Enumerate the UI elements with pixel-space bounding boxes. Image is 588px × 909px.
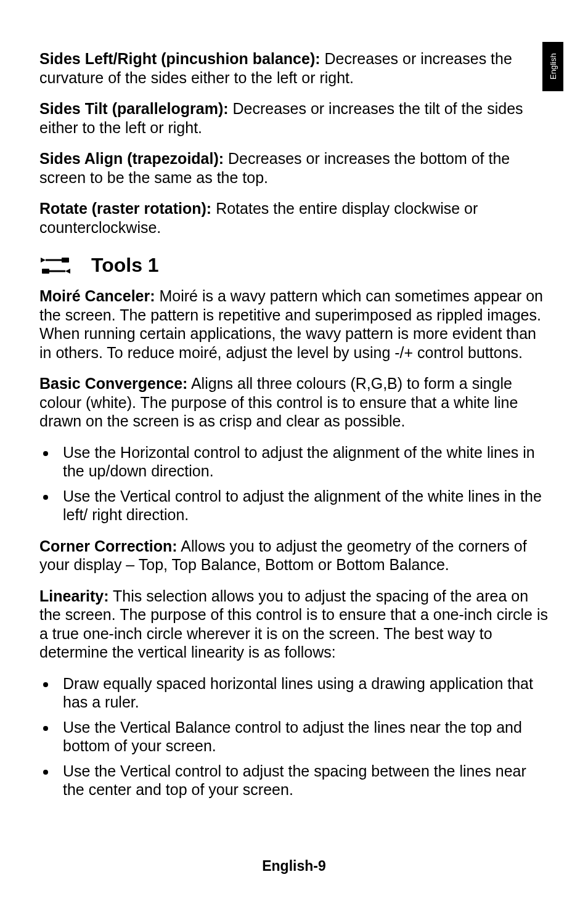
para-sides-lr: Sides Left/Right (pincushion balance): D… <box>39 49 549 87</box>
svg-rect-5 <box>42 269 49 274</box>
para-rotate: Rotate (raster rotation): Rotates the en… <box>39 199 549 237</box>
convergence-bullets: Use the Horizontal control to adjust the… <box>39 443 549 524</box>
list-item: Use the Vertical control to adjust the a… <box>57 487 549 524</box>
section-title: Tools 1 <box>91 254 159 277</box>
list-item: Use the Vertical Balance control to adju… <box>57 718 549 756</box>
para-corner: Corner Correction: Allows you to adjust … <box>39 537 549 574</box>
label-corner: Corner Correction: <box>39 537 178 555</box>
label-linearity: Linearity: <box>39 587 109 605</box>
list-item: Draw equally spaced horizontal lines usi… <box>57 674 549 712</box>
page-content: Sides Left/Right (pincushion balance): D… <box>0 0 588 849</box>
list-item: Use the Horizontal control to adjust the… <box>57 443 549 481</box>
label-sides-align: Sides Align (trapezoidal): <box>39 150 224 167</box>
svg-rect-4 <box>49 270 65 272</box>
para-sides-align: Sides Align (trapezoidal): Decreases or … <box>39 149 549 187</box>
section-header-tools: Tools 1 <box>39 254 549 277</box>
para-moire: Moiré Canceler: Moiré is a wavy pattern … <box>39 287 549 362</box>
label-rotate: Rotate (raster rotation): <box>39 200 211 217</box>
label-moire: Moiré Canceler: <box>39 287 155 304</box>
language-tab: English <box>542 42 563 91</box>
list-item: Use the Vertical control to adjust the s… <box>57 762 549 799</box>
para-linearity: Linearity: This selection allows you to … <box>39 587 549 662</box>
para-convergence: Basic Convergence: Aligns all three colo… <box>39 374 549 431</box>
svg-marker-0 <box>41 258 46 263</box>
linearity-bullets: Draw equally spaced horizontal lines usi… <box>39 674 549 799</box>
label-sides-lr: Sides Left/Right (pincushion balance): <box>39 50 321 67</box>
svg-rect-2 <box>62 258 69 263</box>
label-sides-tilt: Sides Tilt (parallelogram): <box>39 100 229 117</box>
tools-icon <box>39 256 71 275</box>
svg-marker-3 <box>65 269 70 274</box>
text-linearity: This selection allows you to adjust the … <box>39 587 548 661</box>
svg-rect-1 <box>46 259 62 261</box>
label-convergence: Basic Convergence: <box>39 375 187 392</box>
page-number: English-9 <box>0 858 588 874</box>
para-sides-tilt: Sides Tilt (parallelogram): Decreases or… <box>39 99 549 137</box>
